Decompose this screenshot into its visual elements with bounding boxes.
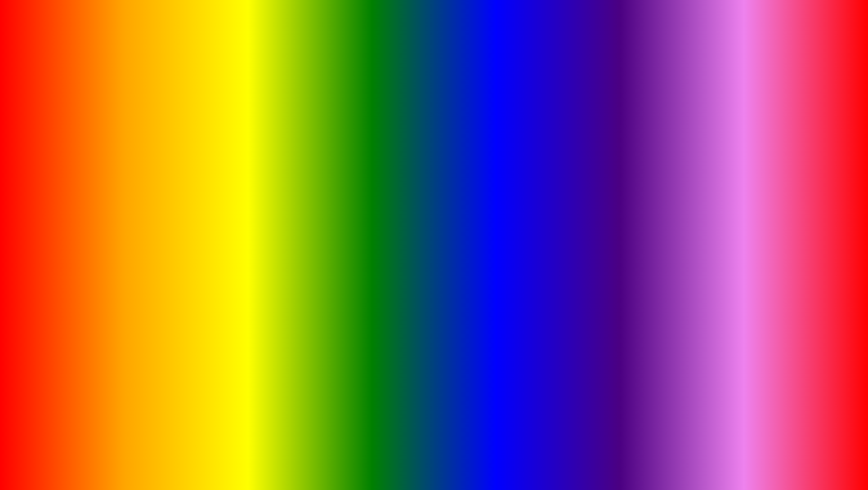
left-fps: [Fps] : 5 [Ping] : 109.787 (48%CV) <<	[183, 160, 258, 165]
update-number: 20	[289, 431, 338, 476]
right-fps: [Fps] : 4 [Ping] : 94.9398 (36%CV) <<	[742, 159, 815, 169]
auto-farm-gun-row: Auto Farm Gun Mastery	[153, 214, 260, 225]
teleports-col: Teleports Select Place : ≪ Teleport To T…	[718, 171, 829, 255]
svg-rect-18	[760, 464, 769, 467]
best-label: THE BEST TOP !!	[636, 121, 841, 153]
main-title-area: BLOX FRUITS	[0, 7, 868, 89]
select-boss-btn[interactable]: Select Boss : ≪	[153, 237, 260, 248]
auto-level-row: Auto Level	[41, 194, 149, 205]
auto-upgrade-tier-btn[interactable]: Auto Upgrade Tier ☊	[608, 225, 716, 237]
right-panel-header: ☰ ZEN HUB fffff >> Date: 08/12/2023 - Ti…	[606, 156, 828, 171]
select-method-btn[interactable]: Select Method : ≪	[153, 189, 260, 200]
auto-farm-quest-btn[interactable]: Auto Farm Quest	[50, 182, 149, 192]
update-word: UPDATE	[76, 431, 253, 476]
fingerprint-icon-1: ☊	[706, 227, 711, 235]
svg-rect-2	[416, 174, 452, 183]
logo-blx: BL☠X	[796, 441, 832, 456]
right-date: >> Date: 08/12/2023 - Time: 08:05:14 PM	[658, 159, 739, 169]
auto-ancient-quest-row: Auto Acient Quest	[608, 198, 716, 209]
right-panel-close-icon[interactable]: ⊡	[820, 160, 825, 167]
teleport-safe-zone-btn[interactable]: Teleport to Safe Zone ☊	[720, 223, 827, 236]
select-place-row: Select Place : ≪	[720, 185, 827, 196]
fingerprint-icon-4: ☊	[817, 240, 823, 247]
left-panel-header: ☰ ZEN HUB fffff >> Date: 08/12/2023 - Ti…	[40, 156, 262, 168]
auto-use-v4-row: Auto Use V4 ✓	[608, 210, 716, 223]
auto-upgrade-tier-row: Auto Upgrade Tier ☊	[608, 225, 716, 237]
right-panel-columns: Race V4 Quest Complete All Trial Race Au…	[606, 171, 828, 255]
skill-pct-row: Skill Percentace % 25	[153, 182, 260, 187]
svg-rect-3	[418, 217, 432, 253]
auto-farm-devil-btn[interactable]: Auto Farm Devil Mastery	[153, 201, 260, 212]
complete-trial-row: Complete All Trial Race	[608, 185, 716, 196]
auto-farm-quest-row: ✓ Auto Farm Quest	[41, 182, 149, 192]
boss-farm-header: Boss Farm	[153, 227, 260, 237]
teleport-great-tree-btn[interactable]: Teleport To Top Of GreatTree	[720, 198, 827, 209]
character-figure	[389, 94, 479, 273]
left-date: >> Date: 08/12/2023 - Time: 08:03:46 PM	[92, 160, 175, 165]
bones-farm-btn[interactable]: Bones Farm (Third Sea)	[41, 219, 149, 230]
buy-random-bone-row: Buy Random Bone	[41, 207, 149, 218]
complete-trial-btn[interactable]: Complete All Trial Race	[608, 185, 716, 196]
logo-fruits: FRUITS	[796, 456, 832, 468]
svg-point-16	[765, 452, 770, 458]
logo-area: BL☠X FRUITS	[737, 427, 832, 481]
auto-farm-devil-row: Auto Farm Devil Mastery	[153, 201, 260, 212]
left-panel-tabs: fffff	[83, 160, 89, 165]
right-ui-panel: ☰ ZEN HUB fffff >> Date: 08/12/2023 - Ti…	[605, 155, 830, 257]
svg-point-11	[403, 102, 465, 174]
teleport-race-door-btn[interactable]: Teleport to Race Door	[720, 210, 827, 221]
auto-level-btn[interactable]: Auto Level	[41, 194, 149, 205]
race-v4-col: Race V4 Quest Complete All Trial Race Au…	[606, 171, 717, 255]
select-place-chevron: ≪	[818, 188, 823, 193]
mastery-farm-header: Mastery Farm	[153, 169, 260, 180]
skill-pct-label: Skill Percentace %	[153, 182, 253, 187]
fingerprint-icon-2: ☊	[706, 242, 711, 249]
unlock-lever-row: Unlock Lever ☊	[608, 239, 716, 252]
teleport-pvp-zone-row: Teleport to PVP Zone ☊	[720, 237, 827, 250]
teleport-pvp-zone-btn[interactable]: Teleport to PVP Zone ☊	[720, 237, 827, 250]
teleport-safe-zone-row: Teleport to Safe Zone ☊	[720, 223, 827, 236]
select-place-btn[interactable]: Select Place : ≪	[720, 185, 827, 196]
svg-point-15	[758, 452, 763, 458]
teleport-great-tree-row: Teleport To Top Of GreatTree	[720, 198, 827, 209]
skill-pct-value: 25	[255, 182, 260, 187]
menu-icon-right: ☰	[610, 160, 616, 167]
menu-icon: ☰	[43, 158, 49, 165]
auto-ancient-quest-btn[interactable]: Auto Acient Quest	[608, 198, 716, 209]
auto-use-v4-checkbox[interactable]: ✓	[704, 213, 711, 220]
teleports-header: Teleports	[720, 173, 827, 183]
unlock-lever-btn[interactable]: Unlock Lever ☊	[608, 239, 716, 252]
svg-rect-4	[436, 217, 450, 253]
fingerprint-icon-3: ☊	[817, 226, 823, 233]
level-farm-header: Level Farm	[41, 169, 149, 180]
left-ui-panel: ☰ ZEN HUB fffff >> Date: 08/12/2023 - Ti…	[38, 155, 263, 253]
select-boss-row: Select Boss : ≪	[153, 237, 260, 248]
right-banner: THE BEST TOP !!	[636, 121, 841, 160]
level-farm-col: Level Farm ✓ Auto Farm Quest Auto Level …	[40, 168, 151, 252]
auto-farm-gun-btn[interactable]: Auto Farm Gun Mastery	[153, 214, 260, 225]
title-blox: BLOX	[175, 7, 393, 89]
title-fruits: FRUITS	[406, 7, 693, 89]
race-v4-header: Race V4 Quest	[608, 173, 716, 183]
update-script: SCRIPT	[375, 431, 537, 476]
auto-use-v4-btn[interactable]: Auto Use V4 ✓	[608, 210, 716, 223]
logo-icon	[737, 427, 791, 481]
buy-random-bone-btn[interactable]: Buy Random Bone	[41, 207, 149, 218]
smooth-label: SMOOTH NO LAG	[27, 121, 241, 153]
select-method-chevron: ≪	[251, 192, 256, 197]
left-panel-columns: Level Farm ✓ Auto Farm Quest Auto Level …	[40, 168, 262, 252]
mastery-farm-col: Mastery Farm Skill Percentace % 25 Selec…	[151, 168, 262, 252]
select-boss-chevron: ≪	[251, 241, 256, 245]
svg-rect-13	[759, 438, 770, 442]
right-panel-tabs: fffff	[649, 161, 654, 166]
left-hub-label: ZEN HUB	[53, 159, 75, 165]
right-hub-label: ZEN HUB	[619, 158, 640, 169]
teleport-race-door-row: Teleport to Race Door	[720, 210, 827, 221]
select-method-row: Select Method : ≪	[153, 189, 260, 200]
logo-text: BL☠X FRUITS	[796, 441, 832, 468]
bones-farm-row: Bones Farm (Third Sea)	[41, 219, 149, 230]
auto-farm-quest-checkbox[interactable]: ✓	[41, 183, 49, 191]
